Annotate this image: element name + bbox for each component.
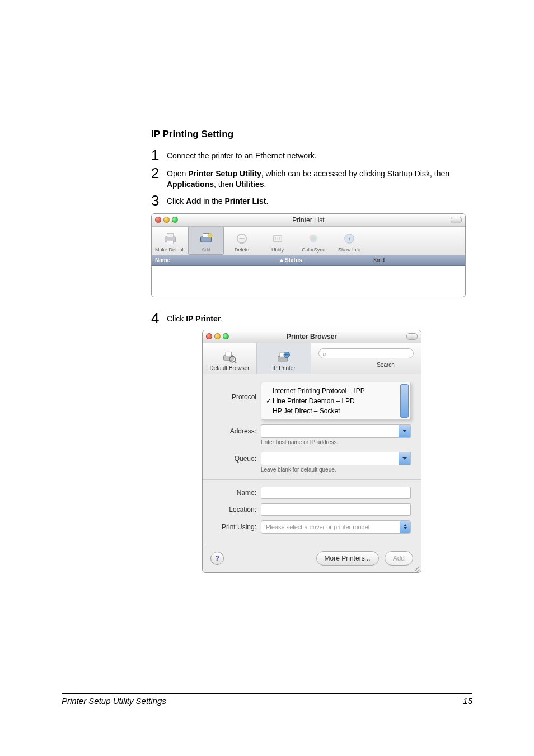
step-number: 1 <box>151 148 167 162</box>
t: , which can be accessed by clicking Star… <box>261 169 449 178</box>
search-label: Search <box>377 362 395 368</box>
delete-button[interactable]: Delete <box>224 227 260 255</box>
t: in the <box>201 197 224 206</box>
toolbar: Make Default Add Delete Utility <box>152 227 465 255</box>
svg-line-20 <box>235 361 237 363</box>
tab-default-browser[interactable]: Default Browser <box>203 343 257 374</box>
svg-rect-2 <box>167 240 173 244</box>
printer-browser-window: Printer Browser Default Browser IP Print… <box>202 330 421 573</box>
show-info-button[interactable]: i Show Info <box>331 227 367 255</box>
section-heading: IP Printing Setting <box>151 129 472 140</box>
utility-icon <box>270 231 285 246</box>
step-3: 3 Click Add in the Printer List. <box>151 193 472 208</box>
svg-rect-1 <box>167 233 173 237</box>
colorsync-button[interactable]: ColorSync <box>296 227 331 255</box>
address-label: Address: <box>213 427 261 435</box>
zoom-icon[interactable] <box>172 217 178 223</box>
page-number: 15 <box>463 696 472 706</box>
toolbar-toggle-icon[interactable] <box>451 217 462 223</box>
titlebar[interactable]: Printer List <box>152 214 465 227</box>
t: . <box>264 180 266 189</box>
close-icon[interactable] <box>155 217 161 223</box>
protocol-dropdown-open[interactable]: Internet Printing Protocol – IPP ✓Line P… <box>261 382 411 420</box>
column-headers[interactable]: Name Status Kind <box>152 255 465 266</box>
queue-label: Queue: <box>213 455 261 463</box>
more-printers-button[interactable]: More Printers... <box>316 551 379 566</box>
t: Open <box>167 169 188 178</box>
protocol-option-ipp[interactable]: Internet Printing Protocol – IPP <box>266 386 407 396</box>
tab-label: IP Printer <box>272 365 296 371</box>
add-button[interactable]: Add <box>385 551 413 566</box>
step-4: 4 Click IP Printer. <box>151 311 472 325</box>
svg-rect-18 <box>226 352 232 356</box>
step-text: Click Add in the Printer List. <box>167 193 268 207</box>
scrollbar[interactable] <box>400 384 409 418</box>
toolbar-label: Utility <box>271 247 284 253</box>
tab-ip-printer[interactable]: IP Printer <box>257 343 311 374</box>
t-bold: Printer List <box>224 197 266 206</box>
t-bold: IP Printer <box>186 314 221 323</box>
queue-input[interactable] <box>261 452 411 465</box>
colorsync-icon <box>306 231 321 246</box>
col-status-label: Status <box>285 257 302 263</box>
window-title: Printer Browser <box>203 333 421 340</box>
printer-list-body[interactable] <box>152 266 465 297</box>
utility-button[interactable]: Utility <box>260 227 296 255</box>
window-title: Printer List <box>152 216 465 224</box>
protocol-option-lpd[interactable]: ✓Line Printer Daemon – LPD <box>266 396 407 406</box>
search-input[interactable]: ⌕ <box>318 348 414 358</box>
select-placeholder: Please select a driver or printer model <box>266 524 369 530</box>
svg-point-5 <box>208 233 212 237</box>
queue-hint: Leave blank for default queue. <box>261 466 411 473</box>
step-1: 1 Connect the printer to an Ethernet net… <box>151 148 472 162</box>
minimize-icon[interactable] <box>163 217 170 223</box>
browser-toolbar: Default Browser IP Printer ⌕ Search <box>203 343 421 374</box>
step-text: Connect the printer to an Ethernet netwo… <box>167 148 317 161</box>
globe-printer-icon <box>276 349 292 365</box>
col-status[interactable]: Status <box>278 257 357 263</box>
print-using-label: Print Using: <box>213 523 261 531</box>
step-text: Open Printer Setup Utility, which can be… <box>167 166 472 190</box>
name-input[interactable] <box>261 487 411 499</box>
protocol-option-hp[interactable]: HP Jet Direct – Socket <box>266 406 407 416</box>
search-icon: ⌕ <box>322 350 326 357</box>
browser-footer: ? More Printers... Add <box>203 544 421 572</box>
toolbar-label: Show Info <box>338 247 360 253</box>
t: Click <box>167 314 186 323</box>
svg-point-14 <box>311 236 317 242</box>
toolbar-label: ColorSync <box>302 247 325 253</box>
browser-content: Protocol Internet Printing Protocol – IP… <box>203 374 421 544</box>
col-kind[interactable]: Kind <box>357 257 465 263</box>
step-number: 4 <box>151 311 167 325</box>
toolbar-label: Add <box>202 247 210 253</box>
page-footer: Printer Setup Utility Settings 15 <box>62 693 472 706</box>
col-name[interactable]: Name <box>152 257 278 263</box>
address-input[interactable] <box>261 424 411 438</box>
print-using-select[interactable]: Please select a driver or printer model <box>261 520 411 534</box>
t: Click <box>167 197 186 206</box>
close-icon[interactable] <box>206 333 212 339</box>
step-text: Click IP Printer. <box>167 311 223 324</box>
toolbar-toggle-icon[interactable] <box>406 333 418 340</box>
minimize-icon[interactable] <box>214 333 221 339</box>
dropdown-arrow-icon[interactable] <box>399 425 410 437</box>
titlebar[interactable]: Printer Browser <box>203 330 421 343</box>
location-label: Location: <box>213 506 261 514</box>
help-button[interactable]: ? <box>210 552 224 565</box>
resize-handle-icon[interactable] <box>413 564 420 571</box>
zoom-icon[interactable] <box>223 333 229 339</box>
toolbar-label: Delete <box>235 247 249 253</box>
traffic-lights <box>152 217 178 223</box>
printer-icon <box>162 231 178 246</box>
add-button[interactable]: Add <box>188 227 224 255</box>
t-bold: Applications <box>167 180 214 189</box>
select-arrows-icon <box>400 521 410 533</box>
make-default-button[interactable]: Make Default <box>152 227 188 255</box>
location-input[interactable] <box>261 503 411 516</box>
address-hint: Enter host name or IP address. <box>261 439 411 445</box>
traffic-lights <box>203 333 229 339</box>
footer-title: Printer Setup Utility Settings <box>62 696 166 706</box>
t: . <box>221 314 223 323</box>
dropdown-arrow-icon[interactable] <box>399 452 410 465</box>
printer-list-window: Printer List Make Default Add Delete <box>151 213 466 297</box>
